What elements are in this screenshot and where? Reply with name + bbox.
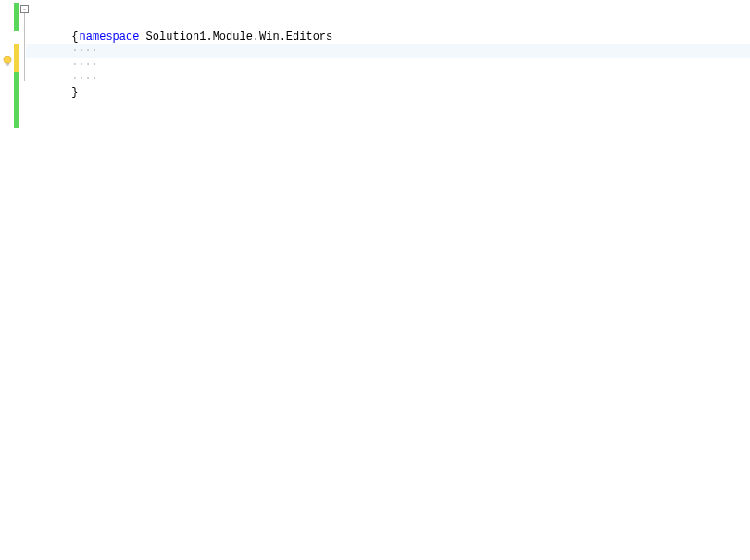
svg-rect-1	[6, 65, 8, 66]
code-text-area[interactable]: namespace Solution1.Module.Win.Editors {…	[26, 0, 750, 560]
editor-gutter: -	[0, 0, 26, 560]
outline-guide	[24, 13, 25, 81]
brace-close: }	[66, 86, 78, 99]
keyword-namespace: namespace	[80, 31, 140, 44]
code-editor[interactable]: - namespace Solution1.Module.Win.Editors…	[0, 0, 750, 560]
code-line[interactable]: }	[26, 72, 750, 86]
indent-guide: ····	[66, 44, 98, 57]
code-line[interactable]: {	[26, 17, 750, 31]
code-line-cursor[interactable]: ····	[26, 44, 750, 58]
indent-guide: ····	[66, 58, 98, 71]
change-bar-saved	[14, 3, 19, 31]
change-bar-unsaved	[14, 44, 19, 72]
lightbulb-icon[interactable]	[2, 56, 13, 67]
indent-guide: ····	[66, 72, 98, 85]
code-line[interactable]: namespace Solution1.Module.Win.Editors	[26, 3, 750, 17]
change-bar-saved-2	[14, 72, 19, 128]
brace-open: {	[66, 31, 78, 44]
svg-rect-0	[6, 63, 9, 64]
code-line[interactable]: ····	[26, 58, 750, 72]
namespace-name: Solution1.Module.Win.Editors	[139, 31, 332, 44]
